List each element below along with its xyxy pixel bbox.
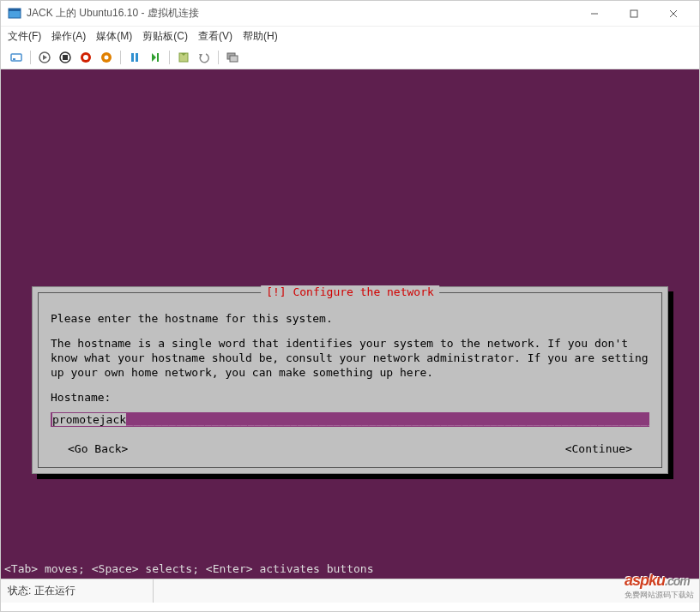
ctrl-alt-del-button[interactable] xyxy=(8,49,25,66)
window-controls xyxy=(575,2,692,26)
input-fill: ________________________________________… xyxy=(126,413,649,426)
watermark: aspku.com 免费网站源码下载站 xyxy=(625,572,694,601)
hostname-value: promotejack xyxy=(52,413,126,426)
toolbar-separator xyxy=(120,51,121,64)
toolbar-separator xyxy=(169,51,170,64)
svg-rect-11 xyxy=(63,55,68,60)
svg-point-13 xyxy=(83,55,88,60)
go-back-button[interactable]: <Go Back> xyxy=(68,442,128,455)
checkpoint-button[interactable] xyxy=(175,49,192,66)
toolbar-separator xyxy=(218,51,219,64)
menu-view[interactable]: 查看(V) xyxy=(198,29,232,44)
window-title-bar: JACK 上的 Ubuntu16.10 - 虚拟机连接 xyxy=(1,1,699,27)
watermark-main: aspku xyxy=(625,572,665,589)
status-bar: 状态: 正在运行 aspku.com 免费网站源码下载站 xyxy=(1,579,699,603)
window-title: JACK 上的 Ubuntu16.10 - 虚拟机连接 xyxy=(27,6,575,21)
continue-button[interactable]: <Continue> xyxy=(565,442,632,455)
keyboard-hint: <Tab> moves; <Space> selects; <Enter> ac… xyxy=(4,562,373,575)
watermark-sub: 免费网站源码下载站 xyxy=(625,590,694,601)
menu-file[interactable]: 文件(F) xyxy=(8,29,41,44)
hostname-input[interactable]: promotejack_____________________________… xyxy=(51,412,649,427)
status-text: 状态: 正在运行 xyxy=(8,584,75,598)
turn-off-button[interactable] xyxy=(57,49,74,66)
reset-button[interactable] xyxy=(147,49,164,66)
svg-rect-3 xyxy=(631,10,637,17)
svg-rect-19 xyxy=(157,53,159,62)
shut-down-button[interactable] xyxy=(77,49,94,66)
menu-clipboard[interactable]: 剪贴板(C) xyxy=(142,29,188,44)
menu-help[interactable]: 帮助(H) xyxy=(243,29,278,44)
revert-button[interactable] xyxy=(196,49,213,66)
svg-marker-18 xyxy=(152,53,156,62)
maximize-button[interactable] xyxy=(614,2,653,26)
menu-action[interactable]: 操作(A) xyxy=(51,29,86,44)
menu-media[interactable]: 媒体(M) xyxy=(96,29,132,44)
status-separator xyxy=(153,579,154,603)
svg-marker-9 xyxy=(43,55,47,60)
watermark-tld: .com xyxy=(665,574,690,588)
svg-rect-17 xyxy=(136,53,138,62)
enhanced-session-button[interactable] xyxy=(224,49,241,66)
svg-point-15 xyxy=(105,55,109,59)
vm-console[interactable]: [!] Configure the network Please enter t… xyxy=(1,69,699,579)
close-button[interactable] xyxy=(654,2,692,26)
pause-button[interactable] xyxy=(126,49,143,66)
svg-rect-23 xyxy=(230,56,238,62)
hostname-label: Hostname: xyxy=(51,391,649,404)
minimize-button[interactable] xyxy=(575,2,613,26)
svg-rect-16 xyxy=(131,53,134,62)
start-button[interactable] xyxy=(36,49,53,66)
dialog-title: [!] Configure the network xyxy=(261,285,439,298)
svg-rect-1 xyxy=(9,9,21,11)
configure-network-dialog: [!] Configure the network Please enter t… xyxy=(32,286,668,474)
dialog-intro: Please enter the hostname for this syste… xyxy=(51,312,649,327)
app-icon xyxy=(8,7,21,21)
svg-rect-7 xyxy=(13,58,15,60)
toolbar-separator xyxy=(30,51,31,64)
dialog-body: The hostname is a single word that ident… xyxy=(51,337,649,381)
save-button[interactable] xyxy=(98,49,115,66)
menu-bar: 文件(F) 操作(A) 媒体(M) 剪贴板(C) 查看(V) 帮助(H) xyxy=(1,27,699,45)
toolbar xyxy=(1,45,699,69)
svg-rect-6 xyxy=(11,54,21,61)
